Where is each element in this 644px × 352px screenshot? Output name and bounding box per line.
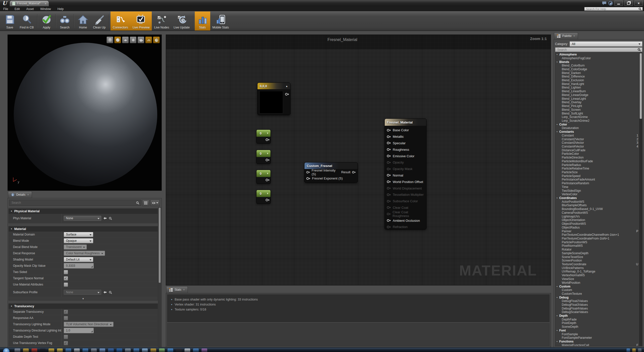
taskbar-app-button[interactable] <box>82 348 88 352</box>
minimize-button[interactable] <box>614 0 623 6</box>
palette-item[interactable]: Blend_Exclusion <box>555 78 642 82</box>
palette-item[interactable]: VertexNormalWS <box>555 274 642 277</box>
palette-item[interactable]: PerInstanceRandom <box>555 182 642 185</box>
toolbar-button-find-in-cb[interactable]: Find in CB <box>18 12 36 30</box>
collapse-toggle-icon[interactable]: ▲ <box>286 85 288 88</box>
palette-category-debug[interactable]: ▼Debug <box>555 296 642 299</box>
palette-category-atmosphere[interactable]: ▼Atmosphere <box>555 53 642 56</box>
asset-tab[interactable]: Fresnel_Material* × <box>10 0 49 6</box>
palette-item[interactable]: PixelDepth <box>555 321 642 325</box>
material-graph-canvas[interactable]: Fresnel_Material Zoom 1:1 MATERIAL 0,0,0… <box>166 34 551 286</box>
taskbar-app-button[interactable] <box>159 348 165 352</box>
tab-close-icon[interactable]: × <box>183 288 185 292</box>
palette-item[interactable]: WorldPosition <box>555 281 642 285</box>
palette-item[interactable]: TextureCoordinateU <box>555 262 642 266</box>
input-pin[interactable] <box>387 226 391 228</box>
material-input-pin-row[interactable]: World Position Offset <box>385 178 426 185</box>
node-header[interactable]: 0 ▼ <box>256 130 270 137</box>
output-pin[interactable] <box>266 158 270 162</box>
palette-item[interactable]: ViewSize <box>555 277 642 281</box>
tab-close-icon[interactable]: × <box>44 2 46 5</box>
palette-item[interactable]: UVBrickPatterns <box>555 266 642 270</box>
palette-item[interactable]: ScreenPosition <box>555 259 642 262</box>
palette-item[interactable]: DebugFloat4Values <box>555 307 642 310</box>
palette-item[interactable]: DebugFloat2Values <box>555 299 642 303</box>
output-pin[interactable] <box>285 93 289 96</box>
palette-item[interactable]: AtmosphericFogColor <box>555 56 642 60</box>
node-header[interactable]: Fresnel_Material <box>385 119 426 126</box>
property-checkbox[interactable] <box>64 270 68 274</box>
property-dropdown[interactable]: Opaque <box>64 238 93 243</box>
taskbar-app-button[interactable] <box>57 348 63 352</box>
palette-item[interactable]: MaterialFunctionCallF <box>555 344 642 346</box>
preview-shape-cube-button[interactable] <box>130 36 136 43</box>
input-pin[interactable] <box>387 148 391 151</box>
toolbar-button-save[interactable]: Save <box>2 12 18 30</box>
palette-search-box[interactable] <box>555 47 642 52</box>
palette-item[interactable]: Blend_LinearLight <box>555 97 642 101</box>
preview-shape-sphere-button[interactable] <box>114 36 121 43</box>
palette-item[interactable]: ParticleRadius <box>555 163 642 167</box>
material-input-pin-row[interactable]: Normal <box>385 172 426 179</box>
palette-item[interactable]: UVRemap_0-1_ToRange <box>555 270 642 274</box>
scrollbar-thumb[interactable] <box>640 53 642 119</box>
collapse-toggle-icon[interactable]: ▼ <box>266 172 269 175</box>
palette-item[interactable]: Blend_PinLight <box>555 104 642 108</box>
material-input-pin-row[interactable]: Emissive Color <box>385 153 426 159</box>
input-pin[interactable] <box>387 174 391 177</box>
palette-item[interactable]: ParticleSize <box>555 170 642 174</box>
preview-shape-plane-button[interactable] <box>122 36 129 43</box>
taskbar-app-button[interactable] <box>14 348 20 352</box>
node-header[interactable]: 0 ▼ <box>256 170 270 177</box>
tab-close-icon[interactable]: × <box>573 34 575 38</box>
input-pin[interactable] <box>387 193 391 196</box>
property-dropdown[interactable]: Default Lit <box>64 257 93 262</box>
palette-item[interactable]: ParticlePositionWS <box>555 240 642 244</box>
palette-item[interactable]: DebugScalarValues <box>555 310 642 314</box>
palette-item[interactable]: SceneTexelSize <box>555 255 642 259</box>
node-custom-fresnel[interactable]: Custom_Fresnel Fresnel Intensity (S)Resu… <box>304 162 358 183</box>
palette-item[interactable]: ParticleRelativeTime <box>555 167 642 170</box>
section-header[interactable]: ▼Physical Material <box>8 208 158 214</box>
taskbar-app-button[interactable] <box>134 348 139 352</box>
taskbar-app-button[interactable] <box>23 348 29 352</box>
node-scalar-constant[interactable]: 0 ▼ <box>256 190 271 204</box>
palette-item[interactable]: Constant3Vector3 <box>555 141 642 145</box>
palette-item[interactable]: BlurSampleOffsets <box>555 204 642 207</box>
details-scrollbar[interactable] <box>158 207 161 347</box>
palette-item[interactable]: PixelNormalWS <box>555 244 642 248</box>
feedback-bubble-icon[interactable] <box>602 1 607 6</box>
input-pin[interactable] <box>387 168 391 170</box>
palette-item[interactable]: TwoSidedSign <box>555 189 642 193</box>
node-header[interactable]: 0,0,0 ▲ <box>258 83 290 89</box>
taskbar-app-button[interactable] <box>32 348 37 352</box>
palette-item[interactable]: ActorPositionWS <box>555 200 642 204</box>
palette-item[interactable]: BoundingBoxBased_0-1_UVW <box>555 207 642 211</box>
collapse-toggle-icon[interactable]: ▼ <box>266 152 269 155</box>
section-expander[interactable]: ▼ <box>9 297 158 300</box>
help-search-input[interactable] <box>586 7 638 11</box>
output-pin[interactable] <box>352 171 356 174</box>
palette-search-input[interactable] <box>557 48 638 52</box>
asset-dropdown[interactable]: None <box>64 216 101 221</box>
tab-details[interactable]: Details × <box>8 191 32 198</box>
node-header[interactable]: Custom_Fresnel <box>304 162 358 169</box>
material-input-pin-row[interactable]: Metallic <box>385 134 426 140</box>
section-header[interactable]: ▼Material <box>8 226 158 232</box>
input-pin[interactable] <box>387 135 391 138</box>
preview-viewport[interactable]: y <box>8 34 162 191</box>
use-selected-icon[interactable] <box>103 291 107 294</box>
output-pin[interactable] <box>266 178 270 182</box>
input-pin[interactable] <box>387 142 391 144</box>
palette-item[interactable]: FontSample <box>555 332 642 336</box>
details-search-box[interactable] <box>9 200 141 206</box>
tab-palette[interactable]: Palette × <box>554 32 578 39</box>
palette-item[interactable]: Custom <box>555 288 642 292</box>
input-pin[interactable] <box>387 200 391 203</box>
taskbar-app-button[interactable] <box>150 348 156 352</box>
palette-category-blends[interactable]: ▼Blends <box>555 60 642 64</box>
palette-item[interactable]: Blend_HardLight <box>555 82 642 86</box>
node-fresnel-material[interactable]: Fresnel_Material Base ColorMetallicSpecu… <box>384 118 426 230</box>
output-pin[interactable] <box>285 92 289 97</box>
preview-shape-cylinder-button[interactable] <box>106 36 113 43</box>
